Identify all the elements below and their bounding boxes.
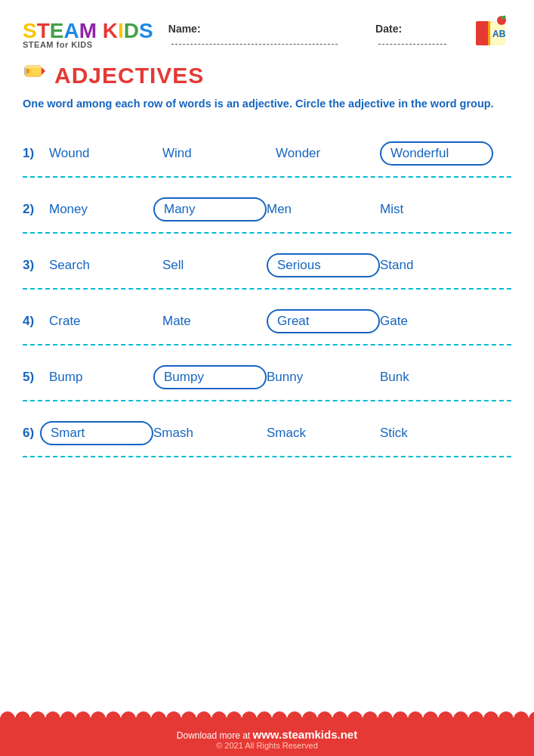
divider-3 [23,288,511,290]
logo-m: M [79,19,103,42]
word-1-3: Wonder [276,146,389,161]
footer-url: www.steamkids.net [253,728,358,741]
logo-area: STEAM KIDS STEAM for KIDS [23,20,153,49]
svg-rect-3 [488,21,490,45]
word-row-words-1: 1)WoundWindWonderWonderful [23,125,511,173]
word-row-6: 6)SmartSmashSmackStick [23,404,511,457]
divider-4 [23,344,511,345]
footer-copyright: © 2021 All Rights Reserved [0,741,534,750]
word-6-1: Smart [40,421,153,445]
word-1-2: Wind [162,146,276,161]
svg-rect-11 [24,67,26,75]
word-row-1: 1)WoundWindWonderWonderful [23,125,511,178]
word-2-3: Men [267,202,380,217]
footer-download: Download more at www.steamkids.net [0,728,534,741]
logo-d: D [124,19,139,42]
word-5-2: Bumpy [153,365,267,389]
footer: Download more at www.steamkids.net © 202… [0,717,534,756]
row-number-1: 1) [23,146,49,161]
logo-k: K [103,19,118,42]
word-row-5: 5)BumpBumpyBunnyBunk [23,349,511,401]
date-label: Date: [375,23,470,47]
word-5-4: Bunk [380,370,493,385]
svg-rect-1 [476,21,489,45]
svg-marker-9 [42,67,45,75]
page-title: ADJECTIVES [54,63,204,88]
word-row-2: 2)MoneyManyMenMist [23,181,511,234]
row-number-2: 2) [23,202,49,217]
word-6-2: Smash [153,426,267,441]
svg-text:AB: AB [492,29,506,39]
word-2-2: Many [153,197,267,222]
word-5-1: Bump [49,370,162,385]
word-row-words-3: 3)SearchSellSeriousStand [23,237,511,285]
svg-rect-12 [25,66,42,68]
logo-a: A [63,19,79,42]
word-3-2: Sell [162,258,276,273]
book-icon: AB [470,14,511,55]
word-row-words-6: 6)SmartSmashSmackStick [23,404,511,453]
word-row-words-4: 4)CrateMateGreatGate [23,293,511,341]
logo: STEAM KIDS [23,20,153,42]
word-4-3: Great [267,309,380,333]
word-2-4: Mist [380,202,493,217]
pencil-icon [23,61,47,90]
word-4-1: Crate [49,314,162,329]
word-row-4: 4)CrateMateGreatGate [23,293,511,345]
row-number-5: 5) [23,370,49,385]
name-date-row: Name: Date: [168,23,470,47]
word-5-3: Bunny [267,370,380,385]
word-4-2: Mate [162,314,276,329]
word-4-4: Gate [380,314,493,329]
divider-6 [23,456,511,457]
word-3-1: Search [49,258,162,273]
logo-s2: S [139,19,153,42]
word-row-words-5: 5)BumpBumpyBunnyBunk [23,349,511,397]
word-3-4: Stand [380,258,493,273]
word-1-4: Wonderful [380,141,493,166]
logo-e: E [50,19,64,42]
word-1-1: Wound [49,146,162,161]
word-6-3: Smack [267,426,380,441]
date-line [378,44,446,45]
word-row-3: 3)SearchSellSeriousStand [23,237,511,290]
logo-subtitle: STEAM for KIDS [23,40,93,49]
instructions: One word among each row of words is an a… [23,96,511,111]
logo-t: T [37,19,50,42]
name-label: Name: [168,23,360,47]
rows-container: 1)WoundWindWonderWonderful2)MoneyManyMen… [23,125,511,457]
worksheet-title-row: ADJECTIVES [23,61,511,90]
word-3-3: Serious [267,253,380,277]
divider-2 [23,232,511,234]
name-line [171,44,338,45]
logo-s: S [23,19,37,42]
divider-5 [23,400,511,401]
logo-i: I [118,19,124,42]
row-number-4: 4) [23,314,49,329]
divider-1 [23,176,511,178]
word-row-words-2: 2)MoneyManyMenMist [23,181,511,229]
word-2-1: Money [49,202,162,217]
word-6-4: Stick [380,426,493,441]
row-number-3: 3) [23,258,49,273]
header: STEAM KIDS STEAM for KIDS Name: Date: [23,14,511,55]
